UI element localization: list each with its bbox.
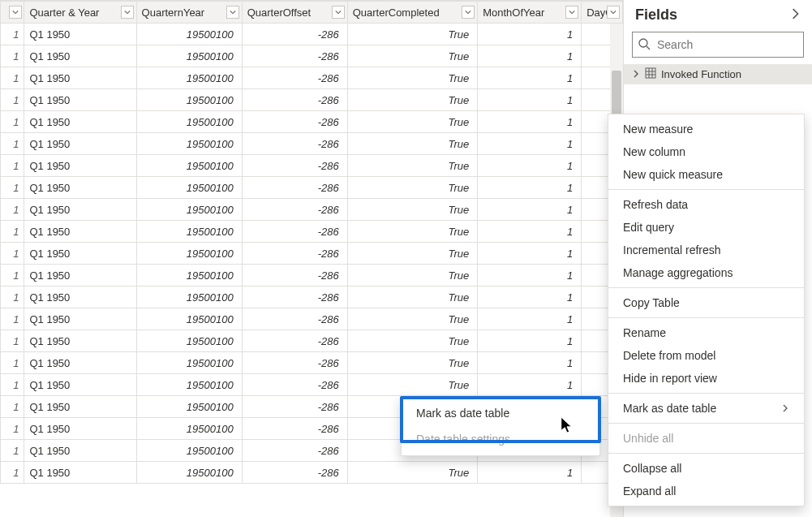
scrollbar-thumb[interactable] <box>612 71 621 119</box>
context-menu-item[interactable]: New measure <box>608 118 804 140</box>
context-menu-item[interactable]: Incremental refresh <box>608 239 804 261</box>
cell: True <box>347 45 478 67</box>
menu-item-label: Refresh data <box>623 198 688 211</box>
table-row[interactable]: 1Q1 195019500100-286True1 <box>1 133 623 155</box>
submenu-item[interactable]: Mark as date table <box>402 400 599 426</box>
context-menu-item[interactable]: Hide in report view <box>608 367 804 390</box>
column-header[interactable]: MonthOfYear <box>478 2 582 24</box>
cell: True <box>347 155 478 177</box>
table-row[interactable]: 1Q1 195019500100-286True1 <box>1 330 623 352</box>
context-menu-item[interactable]: Manage aggregations <box>608 261 804 284</box>
cell: -286 <box>242 89 347 111</box>
row-index-cell: 1 <box>1 374 24 396</box>
table-row[interactable]: 1Q1 195019500100-286True1 <box>1 89 623 111</box>
table-row[interactable]: 1Q1 195019500100-286True1 <box>1 199 623 221</box>
cell: 1 <box>478 199 582 221</box>
cell: -286 <box>242 396 347 418</box>
context-menu-item: Unhide all <box>608 427 804 450</box>
cell: 1 <box>478 308 582 330</box>
table-row[interactable]: 1Q1 195019500100-286True1 <box>1 24 623 45</box>
context-menu-item[interactable]: Mark as date table <box>608 397 804 420</box>
menu-item-label: New column <box>623 145 685 158</box>
context-menu-item[interactable]: Delete from model <box>608 344 804 367</box>
expand-caret-icon <box>632 68 640 80</box>
collapse-pane-chevron-icon[interactable] <box>789 6 801 24</box>
table-row[interactable]: 1Q1 195019500100-286True1 <box>1 265 623 287</box>
table-row[interactable]: 1Q1 195019500100-286True1 <box>1 243 623 265</box>
table-row[interactable]: 1Q1 195019500100-286True1 <box>1 155 623 177</box>
column-filter-button[interactable] <box>462 6 475 19</box>
table-row[interactable]: 1Q1 195019500100-286True1 <box>1 308 623 330</box>
row-index-cell: 1 <box>1 177 24 199</box>
column-header[interactable]: QuarterCompleted <box>347 2 478 24</box>
table-row[interactable]: 1Q1 195019500100-286True1 <box>1 287 623 308</box>
row-index-cell: 1 <box>1 155 24 177</box>
cell: Q1 1950 <box>24 177 136 199</box>
field-table-label: Invoked Function <box>661 68 741 80</box>
row-index-cell: 1 <box>1 440 24 462</box>
cell: -286 <box>242 199 347 221</box>
cell: True <box>347 374 478 396</box>
column-filter-button[interactable] <box>607 6 620 19</box>
cell: 1 <box>478 67 582 89</box>
table-row[interactable]: 1Q1 195019500100-286True1 <box>1 374 623 396</box>
table-row[interactable]: 1Q1 195019500100-286True1 <box>1 67 623 89</box>
submenu-arrow-icon <box>781 402 789 415</box>
context-menu-item[interactable]: Refresh data <box>608 193 804 216</box>
menu-item-label: Manage aggregations <box>623 266 733 279</box>
table-row[interactable]: 1Q1 195019500100-286True1 <box>1 177 623 199</box>
context-menu-item[interactable]: Collapse all <box>608 457 804 480</box>
cell: -286 <box>242 374 347 396</box>
field-table-item[interactable]: Invoked Function <box>624 64 812 84</box>
cell: -286 <box>242 24 347 45</box>
context-menu-item[interactable]: Edit query <box>608 216 804 239</box>
cell: 1 <box>478 89 582 111</box>
column-filter-button[interactable] <box>9 6 22 19</box>
context-menu-item[interactable]: Expand all <box>608 480 804 502</box>
table-row[interactable]: 1Q1 195019500100-286True1 <box>1 221 623 243</box>
cell: 19500100 <box>136 89 242 111</box>
cell: True <box>347 133 478 155</box>
column-filter-button[interactable] <box>226 6 239 19</box>
cell: -286 <box>242 67 347 89</box>
context-menu-item[interactable]: New column <box>608 140 804 163</box>
column-header[interactable]: QuarternYear <box>136 2 242 24</box>
cell: -286 <box>242 111 347 133</box>
cell: 19500100 <box>136 243 242 265</box>
column-filter-button[interactable] <box>565 6 578 19</box>
cell: Q1 1950 <box>24 308 136 330</box>
table-icon <box>645 67 656 81</box>
cell: Q1 1950 <box>24 221 136 243</box>
cell: 19500100 <box>136 352 242 374</box>
cell: Q1 1950 <box>24 89 136 111</box>
row-index-header[interactable] <box>1 2 24 24</box>
context-menu-item[interactable]: Rename <box>608 321 804 344</box>
table-row[interactable]: 1Q1 195019500100-286True1 <box>1 352 623 374</box>
cell: 1 <box>478 111 582 133</box>
table-row[interactable]: 1Q1 195019500100-286True1 <box>1 111 623 133</box>
cell: -286 <box>242 243 347 265</box>
column-header[interactable]: QuarterOffset <box>242 2 347 24</box>
submenu-item-label: Mark as date table <box>416 407 509 420</box>
context-menu-item[interactable]: Copy Table <box>608 291 804 314</box>
table-row[interactable]: 1Q1 195019500100-286True1 <box>1 462 623 484</box>
column-filter-button[interactable] <box>332 6 345 19</box>
fields-search[interactable] <box>632 32 804 58</box>
cell: 19500100 <box>136 462 242 484</box>
column-filter-button[interactable] <box>121 6 134 19</box>
context-menu-item[interactable]: New quick measure <box>608 163 804 186</box>
column-header[interactable]: DayOf <box>582 2 623 24</box>
cell: 1 <box>478 133 582 155</box>
row-index-cell: 1 <box>1 221 24 243</box>
search-input[interactable] <box>657 38 799 51</box>
column-header[interactable]: Quarter & Year <box>24 2 136 24</box>
table-row[interactable]: 1Q1 195019500100-286True1 <box>1 45 623 67</box>
search-icon <box>638 37 651 53</box>
cell: True <box>347 330 478 352</box>
cell: -286 <box>242 352 347 374</box>
cell: True <box>347 89 478 111</box>
cell: 19500100 <box>136 418 242 440</box>
row-index-cell: 1 <box>1 265 24 287</box>
cell: -286 <box>242 265 347 287</box>
cell: -286 <box>242 177 347 199</box>
